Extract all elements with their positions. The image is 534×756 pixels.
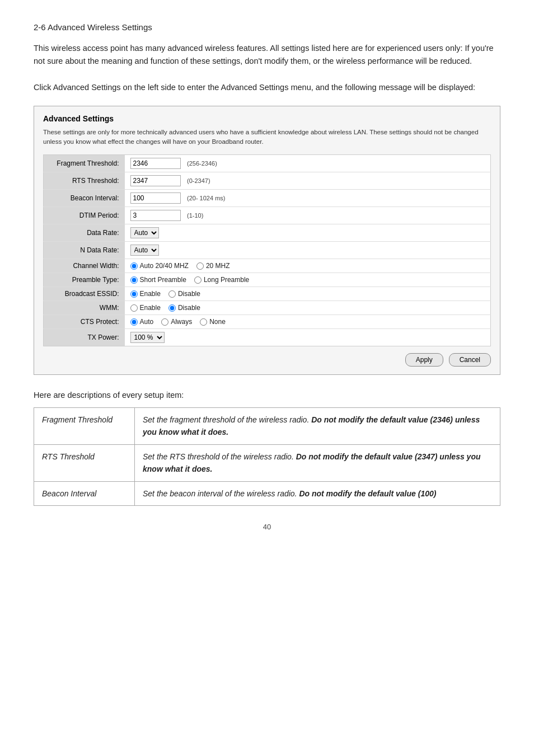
apply-button[interactable]: Apply [405, 353, 443, 367]
broadcast-essid-disable-label[interactable]: Disable [168, 290, 200, 298]
desc-value-fragment: Set the fragment threshold of the wirele… [135, 408, 500, 445]
table-row: Broadcast ESSID: Enable Disable [44, 287, 491, 301]
channel-width-auto-radio[interactable] [130, 262, 138, 270]
wmm-enable-radio[interactable] [130, 304, 138, 312]
desc-value-beacon: Set the beacon interval of the wireless … [135, 481, 500, 505]
channel-width-20-radio[interactable] [196, 262, 204, 270]
table-row: TX Power: 100 % [44, 329, 491, 346]
table-row: Channel Width: Auto 20/40 MHZ 20 MHZ [44, 259, 491, 273]
field-label-beacon: Beacon Interval: [44, 190, 125, 207]
n-data-rate-select[interactable]: Auto [130, 245, 159, 256]
preamble-long-text: Long Preamble [204, 276, 249, 284]
table-row: Data Rate: Auto [44, 224, 491, 242]
channel-width-auto-label[interactable]: Auto 20/40 MHZ [130, 262, 189, 270]
field-label-cts-protect: CTS Protect: [44, 315, 125, 329]
table-row: DTIM Period: (1-10) [44, 207, 491, 224]
fragment-threshold-input[interactable] [130, 158, 181, 169]
table-row: RTS Threshold Set the RTS threshold of t… [34, 444, 500, 481]
cts-protect-auto-label[interactable]: Auto [130, 318, 154, 326]
cts-protect-always-label[interactable]: Always [161, 318, 192, 326]
field-label-n-data-rate: N Data Rate: [44, 242, 125, 259]
fragment-threshold-hint: (256-2346) [187, 160, 217, 167]
cts-protect-auto-text: Auto [140, 318, 154, 326]
broadcast-essid-disable-radio[interactable] [168, 290, 176, 298]
preamble-long-radio[interactable] [194, 276, 202, 284]
beacon-interval-hint: (20- 1024 ms) [187, 195, 225, 201]
broadcast-essid-enable-text: Enable [140, 290, 161, 298]
dtim-period-input[interactable] [130, 210, 181, 221]
tx-power-select[interactable]: 100 % [130, 332, 165, 343]
cts-protect-always-text: Always [171, 318, 192, 326]
cancel-button[interactable]: Cancel [449, 353, 491, 367]
dtim-period-hint: (1-10) [187, 212, 203, 219]
wmm-enable-label[interactable]: Enable [130, 304, 161, 312]
intro-text: This wireless access point has many adva… [34, 42, 500, 68]
broadcast-essid-enable-label[interactable]: Enable [130, 290, 161, 298]
cts-protect-none-radio[interactable] [200, 318, 207, 326]
advanced-settings-panel: Advanced Settings These settings are onl… [34, 106, 500, 375]
field-label-rts: RTS Threshold: [44, 172, 125, 190]
field-value-dtim: (1-10) [125, 207, 491, 224]
channel-width-20-text: 20 MHZ [206, 262, 230, 270]
table-row: RTS Threshold: (0-2347) [44, 172, 491, 190]
field-value-fragment: (256-2346) [125, 155, 491, 172]
table-row: WMM: Enable Disable [44, 301, 491, 315]
desc-term-beacon: Beacon Interval [34, 481, 135, 505]
settings-table: Fragment Threshold: (256-2346) RTS Thres… [43, 154, 491, 346]
wmm-disable-text: Disable [178, 304, 200, 312]
panel-title: Advanced Settings [43, 114, 491, 123]
channel-width-auto-text: Auto 20/40 MHZ [140, 262, 189, 270]
rts-threshold-input[interactable] [130, 175, 181, 186]
table-row: CTS Protect: Auto Always None [44, 315, 491, 329]
broadcast-essid-radio-group: Enable Disable [130, 290, 485, 298]
preamble-short-text: Short Preamble [140, 276, 186, 284]
channel-width-20-label[interactable]: 20 MHZ [196, 262, 230, 270]
field-label-preamble: Preamble Type: [44, 273, 125, 287]
preamble-radio-group: Short Preamble Long Preamble [130, 276, 485, 284]
field-value-preamble: Short Preamble Long Preamble [125, 273, 491, 287]
field-value-cts-protect: Auto Always None [125, 315, 491, 329]
wmm-disable-label[interactable]: Disable [168, 304, 200, 312]
field-value-channel-width: Auto 20/40 MHZ 20 MHZ [125, 259, 491, 273]
field-value-data-rate: Auto [125, 224, 491, 242]
field-label-data-rate: Data Rate: [44, 224, 125, 242]
panel-description: These settings are only for more technic… [43, 128, 491, 147]
instruction-text: Click Advanced Settings on the left side… [34, 81, 500, 94]
table-row: Preamble Type: Short Preamble Long Pream… [44, 273, 491, 287]
wmm-radio-group: Enable Disable [130, 304, 485, 312]
broadcast-essid-enable-radio[interactable] [130, 290, 138, 298]
field-label-broadcast-essid: Broadcast ESSID: [44, 287, 125, 301]
wmm-disable-radio[interactable] [168, 304, 176, 312]
field-label-dtim: DTIM Period: [44, 207, 125, 224]
desc-value-rts: Set the RTS threshold of the wireless ra… [135, 444, 500, 481]
table-row: Fragment Threshold: (256-2346) [44, 155, 491, 172]
beacon-interval-input[interactable] [130, 192, 181, 204]
table-row: N Data Rate: Auto [44, 242, 491, 259]
preamble-long-label[interactable]: Long Preamble [194, 276, 249, 284]
desc-term-fragment: Fragment Threshold [34, 408, 135, 445]
cts-protect-always-radio[interactable] [161, 318, 168, 326]
field-value-n-data-rate: Auto [125, 242, 491, 259]
cts-protect-none-label[interactable]: None [200, 318, 226, 326]
cts-protect-radio-group: Auto Always None [130, 318, 485, 326]
field-label-fragment: Fragment Threshold: [44, 155, 125, 172]
preamble-short-radio[interactable] [130, 276, 138, 284]
preamble-short-label[interactable]: Short Preamble [130, 276, 186, 284]
table-row: Fragment Threshold Set the fragment thre… [34, 408, 500, 445]
table-row: Beacon Interval Set the beacon interval … [34, 481, 500, 505]
cts-protect-auto-radio[interactable] [130, 318, 138, 326]
desc-term-rts: RTS Threshold [34, 444, 135, 481]
data-rate-select[interactable]: Auto [130, 227, 159, 238]
desc-table: Fragment Threshold Set the fragment thre… [34, 407, 500, 506]
desc-heading: Here are descriptions of every setup ite… [34, 391, 500, 400]
field-label-channel-width: Channel Width: [44, 259, 125, 273]
rts-threshold-hint: (0-2347) [187, 177, 210, 184]
cts-protect-none-text: None [209, 318, 226, 326]
panel-buttons: Apply Cancel [43, 353, 491, 367]
page-title: 2-6 Advanced Wireless Settings [34, 22, 500, 32]
table-row: Beacon Interval: (20- 1024 ms) [44, 190, 491, 207]
field-value-beacon: (20- 1024 ms) [125, 190, 491, 207]
field-label-wmm: WMM: [44, 301, 125, 315]
field-value-tx-power: 100 % [125, 329, 491, 346]
field-value-rts: (0-2347) [125, 172, 491, 190]
